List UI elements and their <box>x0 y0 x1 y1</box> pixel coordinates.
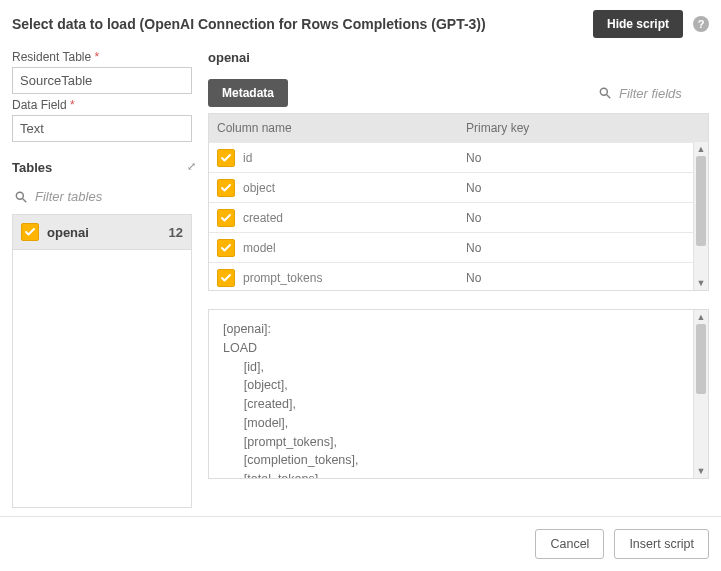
filter-fields-input[interactable] <box>619 86 709 101</box>
column-row[interactable]: modelNo <box>209 232 693 262</box>
column-checkbox[interactable] <box>217 269 235 287</box>
scroll-down-icon[interactable]: ▼ <box>694 464 708 478</box>
scroll-down-icon[interactable]: ▼ <box>694 276 708 290</box>
cancel-button[interactable]: Cancel <box>535 529 604 559</box>
column-name: prompt_tokens <box>243 271 322 285</box>
column-name: id <box>243 151 252 165</box>
script-scrollbar[interactable]: ▲ ▼ <box>693 310 708 478</box>
column-checkbox[interactable] <box>217 149 235 167</box>
column-primary-key: No <box>458 234 693 262</box>
table-count-badge: 12 <box>169 225 183 240</box>
selected-table-name: openai <box>208 46 709 75</box>
search-icon <box>598 86 612 100</box>
page-title: Select data to load (OpenAI Connection f… <box>12 16 593 32</box>
scroll-up-icon[interactable]: ▲ <box>694 310 708 324</box>
column-primary-key: No <box>458 144 693 172</box>
table-name: openai <box>47 225 169 240</box>
svg-point-0 <box>16 192 23 199</box>
svg-line-1 <box>23 198 27 202</box>
resident-table-input[interactable] <box>12 67 192 94</box>
column-name: created <box>243 211 283 225</box>
script-text[interactable]: [openai]: LOAD [id], [object], [created]… <box>209 310 693 478</box>
tables-heading: Tables <box>12 160 187 175</box>
column-header-primary-key[interactable]: Primary key <box>458 114 693 142</box>
help-icon[interactable]: ? <box>693 16 709 32</box>
search-icon <box>14 190 28 204</box>
hide-script-button[interactable]: Hide script <box>593 10 683 38</box>
scroll-up-icon[interactable]: ▲ <box>694 142 708 156</box>
script-panel: [openai]: LOAD [id], [object], [created]… <box>208 309 709 479</box>
svg-point-2 <box>600 88 607 95</box>
column-checkbox[interactable] <box>217 209 235 227</box>
table-item-openai[interactable]: openai 12 <box>13 215 191 250</box>
tables-list: openai 12 <box>12 214 192 508</box>
data-field-label: Data Field * <box>12 98 192 112</box>
column-row[interactable]: objectNo <box>209 172 693 202</box>
columns-panel: Column name Primary key idNoobjectNocrea… <box>208 113 709 291</box>
data-field-input[interactable] <box>12 115 192 142</box>
expand-icon[interactable]: ⤢ <box>187 160 192 173</box>
column-name: object <box>243 181 275 195</box>
resident-table-label: Resident Table * <box>12 50 192 64</box>
columns-scrollbar[interactable]: ▲ ▼ <box>693 142 708 290</box>
column-name: model <box>243 241 276 255</box>
column-primary-key: No <box>458 264 693 291</box>
table-checkbox[interactable] <box>21 223 39 241</box>
insert-script-button[interactable]: Insert script <box>614 529 709 559</box>
column-primary-key: No <box>458 204 693 232</box>
column-row[interactable]: createdNo <box>209 202 693 232</box>
column-header-name[interactable]: Column name <box>209 114 458 142</box>
filter-tables-input[interactable] <box>35 189 204 204</box>
column-row[interactable]: prompt_tokensNo <box>209 262 693 290</box>
column-row[interactable]: idNo <box>209 142 693 172</box>
column-checkbox[interactable] <box>217 239 235 257</box>
svg-line-3 <box>607 95 611 99</box>
column-primary-key: No <box>458 174 693 202</box>
tab-metadata[interactable]: Metadata <box>208 79 288 107</box>
column-checkbox[interactable] <box>217 179 235 197</box>
